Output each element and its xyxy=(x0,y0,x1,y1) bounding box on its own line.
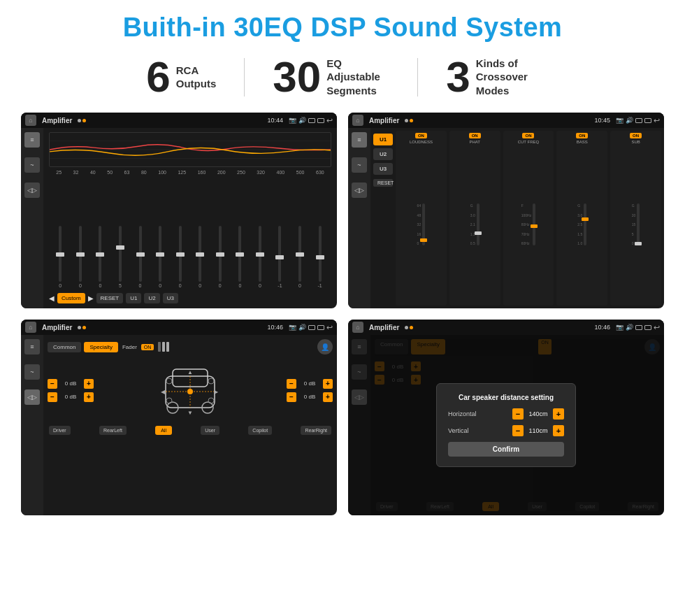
stat-crossover: 3 Kinds ofCrossover Modes xyxy=(418,55,566,99)
driver-btn[interactable]: Driver xyxy=(49,426,71,435)
db-minus-0[interactable]: − xyxy=(48,379,57,389)
cross-controls: − 0 dB + − 0 dB + xyxy=(48,359,333,422)
back-icon-4[interactable]: ↩ xyxy=(654,323,660,332)
bass-nums: G 3.0 2.5 1.5 1.0 xyxy=(577,203,582,245)
slider-track-10[interactable] xyxy=(259,226,261,282)
status-bar-3: ⌂ Amplifier 10:46 📷 🔊 ↩ xyxy=(21,320,337,335)
back-icon-2[interactable]: ↩ xyxy=(654,116,660,125)
status-icons-2: 📷 🔊 ↩ xyxy=(616,116,660,125)
back-icon-1[interactable]: ↩ xyxy=(326,116,333,125)
eq-u2-btn[interactable]: U2 xyxy=(144,293,159,303)
slider-track-2[interactable] xyxy=(99,226,101,282)
home-icon-3[interactable]: ⌂ xyxy=(25,322,36,333)
reset-button[interactable]: RESET xyxy=(373,179,393,187)
vertical-minus-btn[interactable]: − xyxy=(512,425,524,436)
slider-track-0[interactable] xyxy=(59,226,62,282)
slider-val-7: 0 xyxy=(199,283,201,288)
horizontal-plus-btn[interactable]: + xyxy=(553,408,564,420)
profile-button[interactable]: 👤 xyxy=(317,339,333,354)
horizontal-value: 140cm xyxy=(526,410,550,417)
eq-slider-0: 0 xyxy=(55,226,66,288)
sidebar-wave-icon[interactable]: ~ xyxy=(24,157,40,173)
phat-vslider[interactable] xyxy=(477,203,480,245)
db-plus-2[interactable]: + xyxy=(323,379,333,389)
eq-prev-btn[interactable]: ◀ xyxy=(49,294,55,302)
db-value-2: 0 dB xyxy=(299,380,320,387)
slider-track-1[interactable] xyxy=(79,226,82,282)
db-plus-3[interactable]: + xyxy=(323,392,333,402)
amp-channels: ON LOUDNESS 64 48 32 16 0 xyxy=(396,131,661,306)
ch-cutfreq: ON CUT FREQ F 100Hz 80Hz 70Hz 60Hz xyxy=(503,131,554,306)
cross-sidebar-spk[interactable]: ◁▷ xyxy=(24,389,40,405)
rearleft-btn[interactable]: RearLeft xyxy=(99,426,127,435)
stat-label-crossover: Kinds ofCrossover Modes xyxy=(476,57,539,98)
time-2: 10:45 xyxy=(594,117,610,124)
db-plus-1[interactable]: + xyxy=(84,392,94,402)
u3-button[interactable]: U3 xyxy=(373,163,393,175)
slider-track-3[interactable] xyxy=(119,226,122,282)
db-minus-2[interactable]: − xyxy=(287,379,296,389)
slider-track-9[interactable] xyxy=(238,226,241,282)
eq-u1-btn[interactable]: U1 xyxy=(126,293,141,303)
phat-toggle[interactable]: ON xyxy=(469,133,481,138)
bass-vslider[interactable] xyxy=(584,203,586,245)
cutfreq-vslider[interactable] xyxy=(533,203,535,245)
slider-track-13[interactable] xyxy=(319,226,322,282)
dot-6 xyxy=(82,326,86,329)
cross-sidebar-eq[interactable]: ≡ xyxy=(24,339,40,354)
eq-custom-btn[interactable]: Custom xyxy=(57,293,85,303)
vertical-plus-btn[interactable]: + xyxy=(553,425,564,436)
horizontal-minus-btn[interactable]: − xyxy=(512,408,524,420)
sub-vslider[interactable] xyxy=(637,203,640,245)
bass-toggle[interactable]: ON xyxy=(576,133,588,138)
amp-sidebar-spk[interactable]: ◁▷ xyxy=(352,182,367,198)
db-minus-1[interactable]: − xyxy=(48,392,57,402)
db-minus-3[interactable]: − xyxy=(287,392,296,402)
slider-track-5[interactable] xyxy=(159,226,161,282)
eq-next-btn[interactable]: ▶ xyxy=(88,294,94,302)
confirm-button[interactable]: Confirm xyxy=(448,442,564,457)
home-icon-1[interactable]: ⌂ xyxy=(25,115,36,126)
rearright-btn[interactable]: RearRight xyxy=(301,426,331,435)
cross-sidebar-wave[interactable]: ~ xyxy=(24,364,40,380)
eq-u3-btn[interactable]: U3 xyxy=(163,293,178,303)
db-row-0: − 0 dB + xyxy=(48,379,94,389)
tab-specialty[interactable]: Specialty xyxy=(84,342,117,352)
slider-track-11[interactable] xyxy=(278,226,281,282)
u1-button[interactable]: U1 xyxy=(373,134,393,145)
box-icon-3 xyxy=(635,118,642,123)
slider-track-6[interactable] xyxy=(179,226,182,282)
eq-freq-320: 320 xyxy=(257,170,265,175)
slider-track-12[interactable] xyxy=(298,226,301,282)
eq-slider-12: 0 xyxy=(294,226,305,288)
sub-toggle[interactable]: ON xyxy=(630,133,642,138)
camera-icon-4: 📷 xyxy=(616,324,623,331)
back-icon-3[interactable]: ↩ xyxy=(326,323,333,332)
slider-track-4[interactable] xyxy=(139,226,142,282)
loudness-slider: 64 48 32 16 0 xyxy=(417,145,426,303)
amp-sidebar-eq[interactable]: ≡ xyxy=(352,132,367,148)
tab-common[interactable]: Common xyxy=(48,342,81,352)
copilot-btn[interactable]: Copilot xyxy=(248,426,272,435)
slider-track-8[interactable] xyxy=(219,226,222,282)
loudness-vslider[interactable] xyxy=(422,203,425,245)
home-icon-4[interactable]: ⌂ xyxy=(352,322,363,333)
dialog-vertical-label: Vertical xyxy=(448,427,469,434)
slider-track-7[interactable] xyxy=(199,226,201,282)
slider-val-9: 0 xyxy=(238,283,241,288)
cutfreq-toggle[interactable]: ON xyxy=(522,133,534,138)
home-icon-2[interactable]: ⌂ xyxy=(352,115,363,126)
time-3: 10:46 xyxy=(267,324,283,331)
volume-icon-3: 🔊 xyxy=(298,324,306,331)
amp-sidebar-wave[interactable]: ~ xyxy=(352,157,367,173)
loudness-toggle[interactable]: ON xyxy=(415,133,427,138)
eq-reset-btn[interactable]: RESET xyxy=(96,293,124,303)
user-btn[interactable]: User xyxy=(201,426,219,435)
u2-button[interactable]: U2 xyxy=(373,148,393,160)
all-btn[interactable]: All xyxy=(155,426,172,435)
sidebar-eq-icon[interactable]: ≡ xyxy=(24,132,40,148)
sidebar-speaker-icon[interactable]: ◁▷ xyxy=(24,182,40,198)
status-dots-2 xyxy=(405,119,413,122)
fader-toggle[interactable]: ON xyxy=(141,344,154,350)
db-plus-0[interactable]: + xyxy=(84,379,94,389)
